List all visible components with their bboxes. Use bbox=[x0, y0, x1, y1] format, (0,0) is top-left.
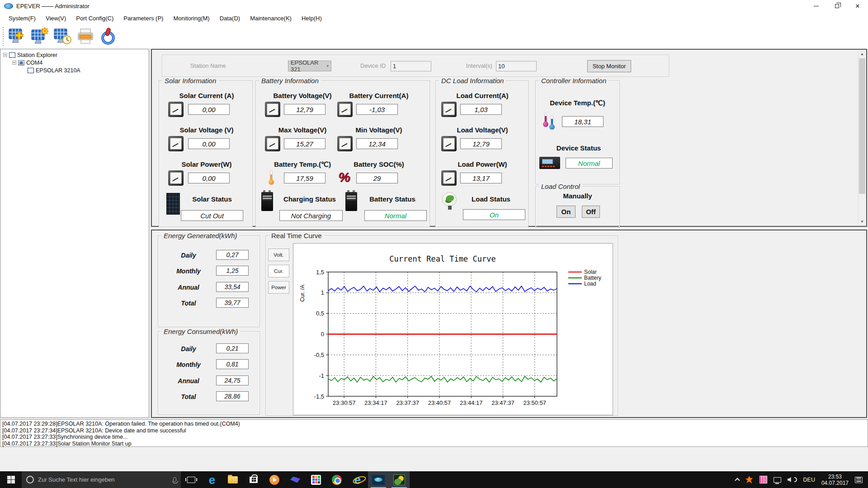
solar-voltage-value: 0,00 bbox=[188, 138, 230, 149]
cortana-icon bbox=[26, 476, 34, 483]
daily-label: Daily bbox=[169, 252, 208, 259]
battery-current-value: -1,03 bbox=[356, 104, 398, 115]
load-off-button[interactable]: Off bbox=[582, 206, 600, 218]
scrollbar-thumb[interactable] bbox=[859, 58, 865, 194]
tree-label: COM4 bbox=[26, 60, 42, 66]
chevron-down-icon: ▾ bbox=[326, 64, 329, 68]
load-on-button[interactable]: On bbox=[557, 206, 576, 218]
group-title: Real Time Curve bbox=[269, 232, 324, 239]
annual-value: 33,54 bbox=[216, 282, 249, 292]
chrome-icon bbox=[332, 475, 342, 485]
scroll-down-icon[interactable]: ▼ bbox=[859, 218, 866, 225]
menu-parameters[interactable]: Parameters (P) bbox=[118, 13, 168, 23]
total-value: 39,77 bbox=[216, 298, 249, 308]
svg-text:0,5: 0,5 bbox=[316, 310, 324, 317]
tab-cur[interactable]: Cur. bbox=[268, 265, 289, 277]
tab-volt[interactable]: Volt. bbox=[268, 249, 289, 261]
thermometer-icon bbox=[269, 170, 274, 185]
menu-system[interactable]: System(F) bbox=[4, 13, 41, 23]
start-button[interactable] bbox=[0, 471, 22, 488]
taskbar-store[interactable] bbox=[243, 471, 264, 488]
task-view-icon bbox=[187, 477, 195, 483]
svg-text:Cur. /A: Cur. /A bbox=[299, 284, 306, 302]
microphone-icon[interactable] bbox=[173, 477, 176, 482]
restore-button[interactable] bbox=[826, 0, 847, 12]
clock[interactable]: 23:53 04.07.2017 bbox=[821, 474, 849, 486]
gauge-icon bbox=[441, 102, 457, 117]
collapse-icon[interactable] bbox=[3, 53, 7, 57]
station-time-button[interactable] bbox=[52, 25, 74, 48]
menu-help[interactable]: Help(H) bbox=[297, 13, 327, 23]
svg-text:0: 0 bbox=[321, 331, 324, 338]
scroll-up-icon[interactable]: ▲ bbox=[859, 50, 866, 58]
svg-text:23:50:57: 23:50:57 bbox=[524, 399, 547, 406]
menu-port-config[interactable]: Port Config(C) bbox=[71, 13, 118, 23]
tree-label: Station Explorer bbox=[17, 52, 57, 58]
taskbar-media-player[interactable] bbox=[264, 471, 285, 488]
gauge-icon bbox=[265, 102, 280, 117]
collapse-icon[interactable] bbox=[12, 61, 16, 65]
device-status-label: Device Status bbox=[545, 144, 613, 152]
annual-value: 24,75 bbox=[216, 375, 249, 385]
taskbar-search[interactable]: Zur Suche Text hier eingeben bbox=[22, 471, 181, 488]
thermometer-icon bbox=[543, 113, 548, 127]
tree-item-station-explorer[interactable]: Station Explorer bbox=[0, 51, 149, 59]
monthly-label: Monthly bbox=[169, 361, 208, 368]
svg-text:23:30:57: 23:30:57 bbox=[333, 399, 356, 406]
station-name-select[interactable]: EPSOLAR 321 ▾ bbox=[288, 61, 331, 71]
tray-expand-icon[interactable] bbox=[735, 478, 740, 483]
stop-monitor-button[interactable]: Stop Monitor bbox=[587, 60, 631, 72]
tab-power[interactable]: Power bbox=[268, 281, 289, 294]
station-settings-button[interactable] bbox=[29, 25, 52, 48]
taskbar-chrome[interactable] bbox=[326, 471, 347, 488]
print-button[interactable] bbox=[74, 25, 97, 48]
exit-button[interactable] bbox=[97, 25, 119, 48]
monitor-panel: Station Name EPSOLAR 321 ▾ Device ID Int… bbox=[151, 49, 867, 227]
solar-current-value: 0,00 bbox=[188, 104, 230, 115]
menu-data[interactable]: Data(D) bbox=[215, 13, 245, 23]
interval-field[interactable] bbox=[496, 61, 537, 71]
volume-button[interactable] bbox=[788, 477, 797, 483]
station-time-icon bbox=[53, 27, 73, 47]
taskbar-file-explorer[interactable] bbox=[222, 471, 243, 488]
taskbar-video-player[interactable] bbox=[285, 471, 306, 488]
menu-view[interactable]: View(V) bbox=[41, 13, 71, 23]
svg-text:23:37:37: 23:37:37 bbox=[396, 399, 419, 406]
antivirus-tray-icon[interactable] bbox=[745, 476, 753, 483]
menu-monitoring[interactable]: Monitoring(M) bbox=[168, 13, 214, 23]
striped-tray-icon[interactable] bbox=[760, 476, 767, 483]
battery-information-group: Battery Information Battery Voltage(V) 1… bbox=[255, 80, 430, 227]
vertical-scrollbar[interactable]: ▲ ▼ bbox=[858, 50, 866, 225]
power-icon bbox=[98, 27, 118, 47]
network-icon[interactable] bbox=[774, 477, 781, 483]
realtime-chart: 1,510,50-0,5-1-1,523:30:5723:34:1723:37:… bbox=[293, 243, 613, 415]
tree-item-epsolar-3210a[interactable]: EPSOLAR 3210A bbox=[0, 66, 149, 74]
menu-maintenance[interactable]: Maintenance(K) bbox=[245, 13, 297, 23]
folder-icon bbox=[228, 476, 238, 483]
battery-voltage-label: Battery Voltage(V) bbox=[259, 92, 345, 99]
daily-value: 0,27 bbox=[216, 250, 249, 260]
dc-load-information-group: DC Load Information Load Current(A) 1,03… bbox=[435, 80, 528, 227]
station-bar: Station Name EPSOLAR 321 ▾ Device ID Int… bbox=[162, 55, 669, 77]
load-current-value: 1,03 bbox=[460, 104, 502, 115]
gauge-icon bbox=[337, 102, 353, 117]
volume-wave-icon bbox=[794, 477, 797, 482]
tray-time: 23:53 bbox=[828, 474, 842, 480]
gauge-icon bbox=[168, 102, 184, 117]
tree-item-com4[interactable]: COM4 bbox=[0, 59, 149, 66]
language-indicator[interactable]: DEU bbox=[803, 477, 815, 483]
minimize-button[interactable] bbox=[806, 0, 826, 12]
close-button[interactable]: ✕ bbox=[847, 0, 868, 12]
taskbar-edge[interactable]: e bbox=[202, 471, 222, 488]
taskbar-epever-app[interactable] bbox=[368, 471, 389, 488]
battery-current-label: Battery Current(A) bbox=[334, 92, 424, 99]
add-station-button[interactable] bbox=[6, 25, 29, 48]
taskbar-solar-monitor-app[interactable] bbox=[389, 471, 410, 488]
action-center-icon[interactable] bbox=[855, 477, 863, 483]
device-id-field[interactable] bbox=[391, 61, 431, 71]
task-view-button[interactable] bbox=[181, 471, 202, 488]
taskbar-app-grid[interactable] bbox=[306, 471, 326, 488]
group-title: Energy Generated(kWh) bbox=[161, 232, 240, 239]
store-icon bbox=[250, 477, 258, 483]
taskbar-internet-explorer[interactable]: e bbox=[347, 471, 368, 488]
